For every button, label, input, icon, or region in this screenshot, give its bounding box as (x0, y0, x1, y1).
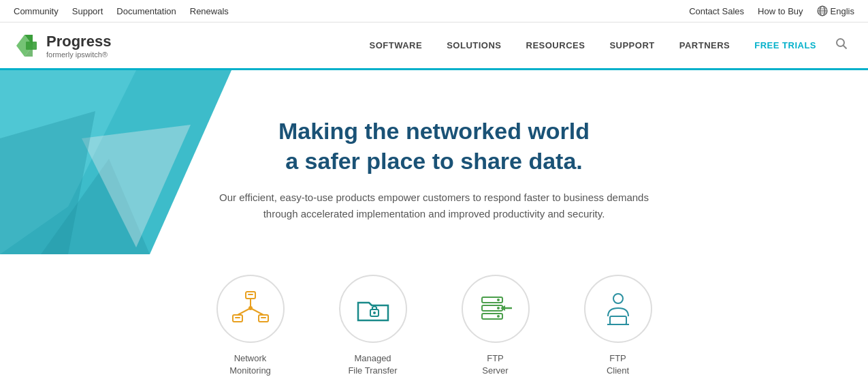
product-ftp-client[interactable]: FTP Client (577, 275, 659, 377)
top-bar-left: Community Support Documentation Renewals (14, 6, 229, 16)
svg-point-36 (613, 294, 623, 303)
top-bar-right: Contact Sales How to Buy Englis (689, 5, 854, 16)
svg-point-34 (497, 307, 500, 309)
ftp-server-circle (462, 275, 530, 343)
svg-line-21 (251, 308, 263, 315)
mft-label: Managed File Transfer (348, 352, 397, 377)
globe-icon (817, 5, 828, 16)
contact-sales-link[interactable]: Contact Sales (689, 6, 744, 16)
hero-content: Making the networked world a safer place… (0, 89, 868, 236)
svg-point-27 (373, 312, 376, 314)
logo-area[interactable]: Progress formerly ipswitch® (14, 32, 111, 59)
topbar-renewals-link[interactable]: Renewals (190, 6, 229, 16)
ftp-client-label: FTP Client (607, 352, 629, 377)
svg-point-33 (497, 299, 500, 301)
hero-subtext: Our efficient, easy-to-use products empo… (203, 190, 666, 222)
nav-solutions[interactable]: SOLUTIONS (434, 24, 513, 70)
nav-resources[interactable]: RESOURCES (514, 24, 598, 70)
mft-circle (339, 275, 407, 343)
ftp-client-icon (598, 290, 639, 328)
network-monitoring-circle (216, 275, 285, 343)
topbar-support-link[interactable]: Support (72, 6, 103, 16)
topbar-documentation-link[interactable]: Documentation (116, 6, 176, 16)
network-monitoring-label: Network Monitoring (229, 352, 271, 377)
svg-point-9 (837, 39, 844, 46)
svg-point-35 (497, 315, 500, 318)
logo-formerly: formerly ipswitch® (46, 50, 111, 59)
hero-headline: Making the networked world a safer place… (14, 116, 854, 176)
product-managed-file-transfer[interactable]: Managed File Transfer (332, 275, 414, 377)
nav-links: SOFTWARE SOLUTIONS RESOURCES SUPPORT PAR… (357, 22, 855, 68)
progress-logo-icon (14, 32, 41, 59)
ftp-server-icon (475, 290, 516, 328)
nav-free-trials[interactable]: FREE TRIALS (742, 24, 829, 70)
topbar-community-link[interactable]: Community (14, 6, 59, 16)
svg-line-10 (843, 46, 847, 49)
svg-rect-37 (610, 316, 626, 324)
language-label: Englis (831, 6, 854, 16)
language-selector[interactable]: Englis (817, 5, 854, 16)
top-bar: Community Support Documentation Renewals… (0, 0, 868, 22)
search-icon[interactable] (829, 37, 854, 53)
nav-partners[interactable]: PARTNERS (667, 24, 743, 70)
svg-rect-8 (26, 42, 37, 50)
svg-rect-24 (235, 317, 240, 318)
hero-headline-line1: Making the networked world (278, 118, 590, 144)
how-to-buy-link[interactable]: How to Buy (758, 6, 803, 16)
product-ftp-server[interactable]: FTP Server (455, 275, 536, 377)
mft-icon (353, 290, 393, 328)
svg-line-20 (238, 308, 251, 315)
hero-headline-line2: a safer place to share data. (285, 148, 583, 174)
product-network-monitoring[interactable]: Network Monitoring (210, 275, 291, 377)
svg-rect-23 (248, 294, 253, 295)
ftp-server-label: FTP Server (482, 352, 508, 377)
hero-section: Making the networked world a safer place… (0, 70, 868, 254)
svg-rect-25 (261, 317, 266, 318)
network-monitoring-icon (230, 290, 271, 328)
nav-support[interactable]: SUPPORT (597, 24, 666, 70)
svg-point-22 (248, 306, 253, 310)
nav-software[interactable]: SOFTWARE (357, 24, 435, 70)
logo-text: Progress formerly ipswitch® (46, 33, 111, 59)
product-icons-section: Network Monitoring Managed File Transfer (0, 254, 868, 379)
search-svg-icon (835, 37, 848, 50)
main-nav: Progress formerly ipswitch® SOFTWARE SOL… (0, 22, 868, 70)
logo-brand: Progress (46, 33, 111, 50)
ftp-client-circle (584, 275, 652, 343)
